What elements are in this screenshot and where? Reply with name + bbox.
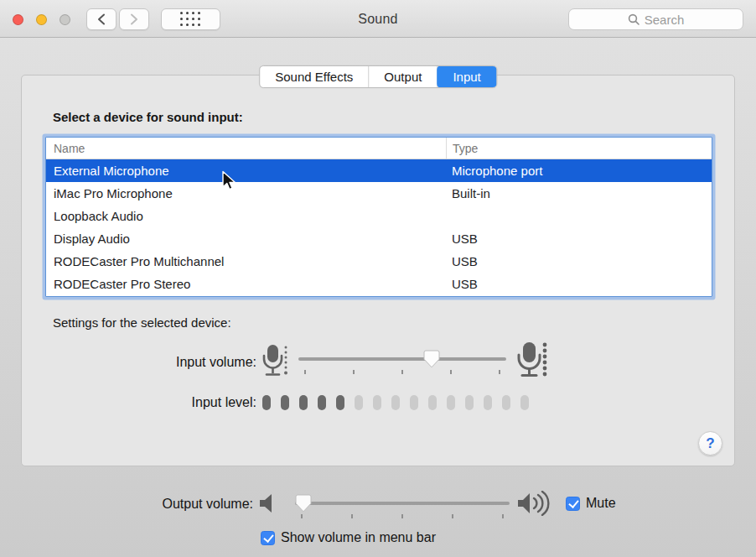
title-bar: Sound Search	[0, 0, 756, 38]
device-type: USB	[446, 277, 712, 291]
mute-checkbox[interactable]	[566, 497, 580, 511]
show-volume-row: Show volume in menu bar	[261, 530, 436, 545]
level-segment	[299, 395, 308, 410]
table-row[interactable]: Display Audio USB	[46, 227, 712, 250]
table-header: Name Type	[46, 138, 712, 159]
table-row[interactable]: iMac Pro Microphone Built-in	[46, 182, 712, 205]
level-segment	[502, 395, 510, 410]
level-segment	[318, 395, 326, 410]
mute-checkbox-row: Mute	[566, 496, 616, 511]
output-volume-label: Output volume:	[67, 497, 253, 512]
mute-label: Mute	[586, 496, 616, 511]
microphone-low-icon	[261, 342, 292, 379]
search-input[interactable]: Search	[568, 8, 743, 30]
device-type: Built-in	[446, 186, 712, 200]
level-segment	[336, 395, 344, 410]
level-segment	[520, 395, 529, 410]
device-name: External Microphone	[46, 164, 446, 178]
table-row[interactable]: External Microphone Microphone port	[46, 159, 712, 182]
show-volume-checkbox[interactable]	[261, 531, 275, 545]
tab-bar: Sound Effects Output Input	[259, 65, 497, 88]
column-header-type[interactable]: Type	[446, 138, 712, 159]
slider-track[interactable]	[295, 502, 510, 505]
table-row[interactable]: RODECaster Pro Multichannel USB	[46, 250, 712, 273]
device-name: RODECaster Pro Multichannel	[46, 254, 446, 268]
column-header-name[interactable]: Name	[46, 142, 446, 155]
device-type: USB	[446, 254, 712, 268]
slider-thumb[interactable]	[423, 350, 440, 368]
help-button[interactable]: ?	[698, 431, 722, 455]
table-row[interactable]: Loopback Audio	[46, 205, 712, 227]
level-segment	[391, 395, 400, 410]
level-segment	[262, 395, 271, 410]
speaker-loud-icon	[517, 491, 556, 516]
level-segment	[373, 395, 381, 410]
level-segment	[447, 395, 455, 410]
level-segment	[484, 395, 492, 410]
input-pane: Select a device for sound input: Name Ty…	[21, 75, 735, 466]
slider-ticks	[301, 514, 504, 518]
table-row[interactable]: RODECaster Pro Stereo USB	[46, 273, 712, 295]
show-volume-label: Show volume in menu bar	[281, 530, 436, 545]
search-icon	[628, 13, 639, 25]
device-table: Name Type External Microphone Microphone…	[45, 137, 712, 297]
settings-label: Settings for the selected device:	[53, 315, 231, 330]
search-placeholder: Search	[645, 13, 685, 27]
level-segment	[355, 395, 363, 410]
input-volume-label: Input volume:	[72, 355, 256, 370]
microphone-high-icon	[516, 340, 551, 380]
device-name: RODECaster Pro Stereo	[46, 277, 446, 291]
level-segment	[410, 395, 418, 410]
device-name: Display Audio	[46, 232, 446, 246]
tab-input[interactable]: Input	[437, 65, 496, 88]
speaker-mute-icon	[258, 493, 278, 513]
level-segment	[428, 395, 437, 410]
tab-sound-effects[interactable]: Sound Effects	[260, 66, 369, 87]
tab-output[interactable]: Output	[369, 66, 438, 87]
input-volume-slider[interactable]	[298, 350, 506, 368]
device-type: Microphone port	[446, 164, 712, 178]
slider-thumb[interactable]	[295, 494, 312, 513]
level-segment	[465, 395, 474, 410]
input-level-label: Input level:	[72, 395, 256, 410]
slider-ticks	[304, 370, 500, 374]
device-name: Loopback Audio	[46, 209, 446, 223]
level-segment	[281, 395, 289, 410]
input-level-meter	[262, 395, 529, 410]
device-name: iMac Pro Microphone	[46, 186, 446, 200]
slider-track[interactable]	[298, 357, 506, 361]
device-list-label: Select a device for sound input:	[53, 110, 243, 124]
output-volume-slider[interactable]	[295, 494, 510, 513]
device-type: USB	[446, 232, 712, 246]
